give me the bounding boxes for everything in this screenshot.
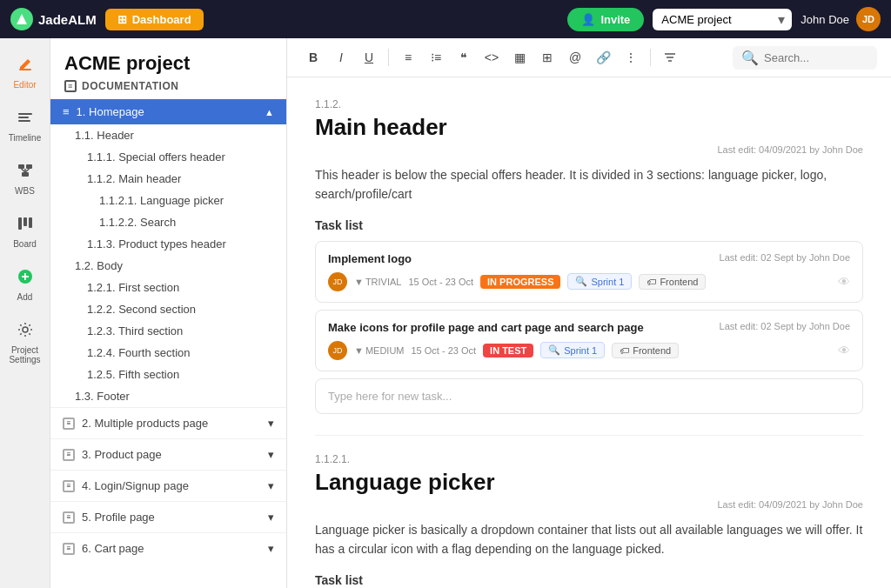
svg-rect-11 [18, 217, 22, 230]
svg-rect-6 [26, 164, 32, 169]
bold-button[interactable]: B [301, 45, 325, 70]
more-button[interactable]: ⋮ [619, 45, 643, 70]
sidebar-item-timeline[interactable]: Timeline [3, 98, 47, 150]
dashboard-button[interactable]: ⊞ Dashboard [105, 9, 204, 30]
tree-item-third-section[interactable]: 1.2.3. Third section [63, 320, 286, 342]
sidebar-item-board[interactable]: Board [3, 204, 47, 256]
invite-icon: 👤 [581, 13, 595, 26]
underline-button[interactable]: U [357, 45, 381, 70]
toolbar-search: 🔍 [733, 46, 877, 70]
search-input[interactable] [764, 51, 868, 64]
svg-marker-0 [17, 14, 27, 24]
sidebar-item-editor[interactable]: Editor [3, 45, 47, 97]
tree-item-fourth-section[interactable]: 1.2.4. Fourth section [63, 342, 286, 364]
homepage-icon: ≡ [63, 105, 70, 118]
homepage-subtree: 1.1. Header 1.1.1. Special offers header… [50, 124, 286, 407]
mention-button[interactable]: @ [563, 45, 587, 70]
svg-rect-7 [22, 172, 29, 177]
task-date-1: 15 Oct - 23 Oct [408, 277, 473, 287]
ordered-list-button[interactable]: ⁝≡ [424, 45, 448, 70]
doc-icon: ≡ [64, 80, 77, 92]
sidebar-item-add[interactable]: Add [3, 257, 47, 309]
tree-item-footer[interactable]: 1.3. Footer [63, 385, 286, 407]
tree-item-second-section[interactable]: 1.2.2. Second section [63, 298, 286, 320]
project-title: ACME project [64, 52, 272, 75]
task-card-implement-logo: Implement logo Last edit: 02 Sept by Joh… [315, 241, 863, 303]
invite-button[interactable]: 👤 Invite [567, 8, 644, 31]
task-list-title-2: Task list [315, 573, 863, 587]
page-icon-4: ≡ [63, 480, 75, 492]
sidebar-item-project-settings[interactable]: Project Settings [3, 311, 47, 371]
task-card-make-icons: Make icons for profile page and cart pag… [315, 310, 863, 371]
tree-item-header[interactable]: 1.1. Header [63, 124, 286, 146]
doc-label: ≡ DOCUMENTATION [64, 80, 272, 92]
dashboard-icon: ⊞ [117, 13, 127, 26]
editor-icon [13, 52, 37, 77]
top-nav: JadeALM ⊞ Dashboard 👤 Invite ACME projec… [0, 0, 891, 38]
tree-item-language-picker[interactable]: 1.1.2.1. Language picker [63, 190, 286, 211]
tree-item-body[interactable]: 1.2. Body [63, 255, 286, 277]
board-label: Board [13, 239, 37, 249]
timeline-icon [13, 105, 37, 130]
image-button[interactable]: ⊞ [535, 45, 559, 70]
page-icon-5: ≡ [63, 511, 75, 524]
user-area: John Doe JD [801, 7, 881, 31]
svg-rect-4 [18, 120, 30, 122]
tree-item-first-section[interactable]: 1.2.1. First section [63, 277, 286, 298]
svg-point-17 [23, 327, 28, 332]
section-title-2[interactable]: Language picker [315, 469, 863, 496]
sprint-badge-2: 🔍 Sprint 1 [540, 342, 605, 358]
homepage-chevron: ▲ [265, 107, 274, 117]
add-label: Add [17, 292, 33, 302]
eye-icon-2: 👁 [838, 344, 850, 357]
tree-item-search[interactable]: 1.1.2.2. Search [63, 211, 286, 233]
project-select-wrap: ACME project [653, 9, 792, 30]
svg-rect-12 [23, 217, 27, 226]
tag-badge-1: 🏷 Frontend [639, 274, 706, 290]
section-language-picker: 1.1.2.1. Language picker Last edit: 04/0… [315, 453, 863, 588]
project-select[interactable]: ACME project [653, 9, 792, 30]
avatar: JD [856, 7, 881, 31]
main-layout: Editor Timeline [0, 38, 891, 588]
editor-toolbar: B I U ≡ ⁝≡ ❝ <> ▦ ⊞ @ 🔗 ⋮ 🔍 [287, 38, 891, 77]
board-icon [13, 211, 37, 236]
new-task-input-1[interactable]: Type here for new task... [315, 378, 863, 414]
section-number-1: 1.1.2. [315, 98, 863, 110]
link-button[interactable]: 🔗 [591, 45, 615, 70]
status-badge-2: IN TEST [483, 344, 533, 357]
tree-item-fifth-section[interactable]: 1.2.5. Fifth section [63, 364, 286, 385]
tree-header: ACME project ≡ DOCUMENTATION [50, 38, 286, 99]
italic-button[interactable]: I [329, 45, 353, 70]
tree-item-homepage[interactable]: ≡ 1. Homepage ▲ [50, 99, 286, 124]
bullet-list-button[interactable]: ≡ [396, 45, 420, 70]
tree-item-main-header[interactable]: 1.1.2. Main header [63, 168, 286, 190]
svg-rect-5 [18, 164, 24, 169]
quote-button[interactable]: ❝ [452, 45, 476, 70]
tree-item-profile-page[interactable]: ≡ 5. Profile page ▾ [50, 501, 286, 532]
task-name-1[interactable]: Implement logo [328, 252, 412, 265]
filter-button[interactable] [658, 45, 682, 70]
tree-item-multiple-products[interactable]: ≡ 2. Multiple products page ▾ [50, 407, 286, 438]
section-main-header: 1.1.2. Main header Last edit: 04/09/2021… [315, 98, 863, 414]
page-icon-3: ≡ [63, 449, 75, 461]
icon-sidebar: Editor Timeline [0, 38, 50, 588]
table-button[interactable]: ▦ [507, 45, 532, 70]
tree-item-product-page[interactable]: ≡ 3. Product page ▾ [50, 438, 286, 470]
svg-rect-13 [29, 217, 32, 228]
tree-item-login-page[interactable]: ≡ 4. Login/Signup page ▾ [50, 470, 286, 501]
task-meta-1: JD ▼ TRIVIAL 15 Oct - 23 Oct IN PROGRESS… [328, 272, 850, 291]
settings-icon [13, 317, 37, 342]
tree-item-special-offers[interactable]: 1.1.1. Special offers header [63, 146, 286, 168]
task-name-2[interactable]: Make icons for profile page and cart pag… [328, 321, 644, 334]
priority-2: ▼ MEDIUM [354, 345, 405, 356]
chevron-3: ▾ [268, 448, 274, 461]
section-separator [315, 435, 863, 436]
tree-item-cart-page[interactable]: ≡ 6. Cart page ▾ [50, 532, 286, 564]
code-button[interactable]: <> [479, 45, 504, 70]
sidebar-item-wbs[interactable]: WBS [3, 151, 47, 203]
wbs-icon [13, 158, 37, 183]
eye-icon-1: 👁 [838, 275, 850, 289]
task-avatar-2: JD [328, 341, 347, 360]
tree-item-product-types[interactable]: 1.1.3. Product types header [63, 233, 286, 255]
section-title-1[interactable]: Main header [315, 114, 863, 141]
